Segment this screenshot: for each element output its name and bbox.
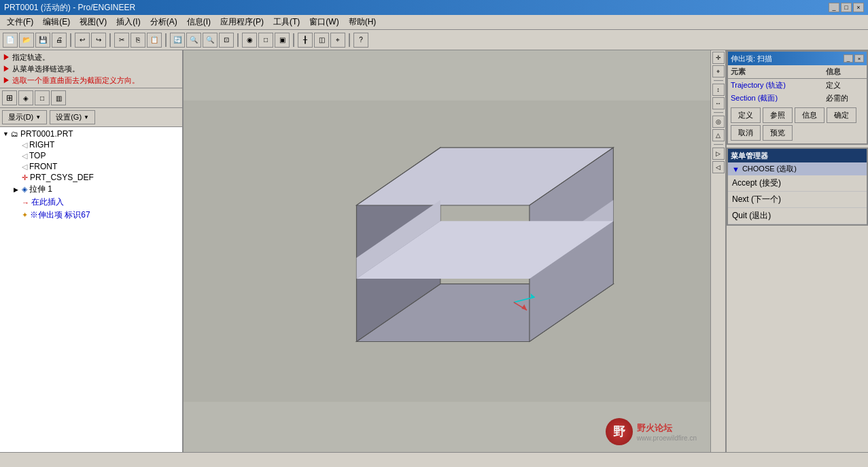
tree-item-front[interactable]: ◁ FRONT bbox=[1, 161, 181, 172]
tree-label-front: FRONT bbox=[29, 162, 57, 171]
redo-button[interactable]: ↪ bbox=[91, 33, 106, 48]
info-button[interactable]: 信息 bbox=[795, 107, 824, 123]
menu-manager-title: 菜单管理器 bbox=[728, 149, 867, 162]
rt-btn-3[interactable]: ↕ bbox=[712, 84, 725, 96]
punch-close-button[interactable]: × bbox=[854, 54, 864, 63]
menu-analysis[interactable]: 分析(A) bbox=[146, 16, 181, 29]
punch-row-trajectory-info: 定义 bbox=[823, 79, 867, 92]
save-button[interactable]: 💾 bbox=[35, 33, 50, 48]
menu-insert[interactable]: 插入(I) bbox=[112, 16, 144, 29]
tree-item-right[interactable]: ◁ RIGHT bbox=[1, 139, 181, 150]
tree-item-insert[interactable]: → 在此插入 bbox=[1, 196, 181, 209]
toolbar-sep-4 bbox=[237, 33, 239, 47]
menu-info[interactable]: 信息(I) bbox=[183, 16, 215, 29]
plane-button[interactable]: ◫ bbox=[314, 33, 329, 48]
status-arrow-2: ▶ bbox=[3, 65, 12, 73]
right-panel: 伸出项: 扫描 _ × 元素 信息 Trajectory (轨迹) 定义 bbox=[725, 50, 868, 452]
rt-btn-7[interactable]: ▷ bbox=[712, 148, 725, 160]
tree-label-csys: PRT_CSYS_DEF bbox=[30, 173, 94, 182]
rt-btn-8[interactable]: ◁ bbox=[712, 161, 725, 173]
menu-mgr-accept[interactable]: Accept (接受) bbox=[728, 175, 867, 192]
preview-button[interactable]: 预览 bbox=[763, 125, 793, 141]
zoom-fit-button[interactable]: ⊡ bbox=[219, 33, 234, 48]
status-arrow-1: ▶ bbox=[3, 53, 12, 61]
tree-label-insert: 在此插入 bbox=[31, 196, 64, 208]
copy-button[interactable]: ⎘ bbox=[131, 33, 145, 48]
watermark-site: 野火论坛 bbox=[637, 422, 697, 434]
menu-apps[interactable]: 应用程序(P) bbox=[216, 16, 268, 29]
cancel-button[interactable]: 取消 bbox=[731, 125, 761, 141]
menu-mgr-next[interactable]: Next (下一个) bbox=[728, 192, 867, 208]
zoom-out-button[interactable]: 🔍 bbox=[203, 33, 218, 48]
menu-edit[interactable]: 编辑(E) bbox=[39, 16, 74, 29]
punch-col-element: 元素 bbox=[728, 65, 823, 79]
menu-bar: 文件(F) 编辑(E) 视图(V) 插入(I) 分析(A) 信息(I) 应用程序… bbox=[0, 15, 868, 30]
define-button[interactable]: 定义 bbox=[731, 107, 761, 123]
tree-icon-root: 🗂 bbox=[11, 130, 18, 138]
tree-item-sweep[interactable]: ✦ ※伸出项 标识67 bbox=[1, 209, 181, 222]
rt-btn-4[interactable]: ↔ bbox=[712, 97, 725, 109]
menu-mgr-quit[interactable]: Quit (退出) bbox=[728, 208, 867, 224]
menu-tools[interactable]: 工具(T) bbox=[269, 16, 304, 29]
minimize-button[interactable]: _ bbox=[829, 3, 839, 12]
maximize-button[interactable]: □ bbox=[841, 3, 852, 12]
status-line-1: ▶ 指定轨迹。 bbox=[3, 52, 179, 63]
tree-icon-right: ◁ bbox=[22, 141, 27, 150]
paste-button[interactable]: 📋 bbox=[147, 33, 162, 48]
menu-file[interactable]: 文件(F) bbox=[3, 16, 37, 29]
menu-help[interactable]: 帮助(H) bbox=[345, 16, 381, 29]
toolbar-sep-3 bbox=[165, 33, 167, 47]
tree-icon-sweep: ✦ bbox=[22, 211, 28, 220]
menu-view[interactable]: 视图(V) bbox=[75, 16, 111, 29]
punch-dialog-title: 伸出项: 扫描 bbox=[731, 54, 772, 64]
rt-btn-2[interactable]: ⌖ bbox=[712, 65, 725, 77]
right-sep-1 bbox=[714, 80, 723, 81]
zoom-in-button[interactable]: 🔍 bbox=[186, 33, 201, 48]
print-button[interactable]: 🖨 bbox=[52, 33, 67, 48]
cut-button[interactable]: ✂ bbox=[114, 33, 129, 48]
rt-btn-5[interactable]: ◎ bbox=[712, 116, 725, 128]
right-sep-2 bbox=[714, 112, 723, 113]
settings-dropdown-arrow: ▼ bbox=[84, 114, 89, 120]
rt-btn-1[interactable]: ✛ bbox=[712, 52, 725, 64]
tree-icon-4[interactable]: ▥ bbox=[51, 90, 66, 105]
ref-button[interactable]: 参照 bbox=[763, 107, 793, 123]
ok-button[interactable]: 确定 bbox=[827, 107, 856, 123]
punch-min-button[interactable]: _ bbox=[844, 54, 853, 63]
punch-row-section-label: Section (截面) bbox=[728, 92, 823, 105]
tree-item-root[interactable]: ▼ 🗂 PRT0001.PRT bbox=[1, 128, 181, 139]
model-tree: ▼ 🗂 PRT0001.PRT ◁ RIGHT ◁ TOP ◁ FRONT bbox=[0, 127, 182, 452]
tree-item-top[interactable]: ◁ TOP bbox=[1, 150, 181, 161]
shade-button[interactable]: ▣ bbox=[275, 33, 290, 48]
view-3d-button[interactable]: ◉ bbox=[242, 33, 257, 48]
tree-icon-1[interactable]: ⊞ bbox=[2, 90, 17, 105]
help-button[interactable]: ? bbox=[353, 33, 368, 48]
csys-button[interactable]: ⌖ bbox=[330, 33, 345, 48]
tree-icon-3[interactable]: □ bbox=[35, 90, 50, 105]
scene-svg bbox=[184, 50, 710, 452]
toolbar-sep-1 bbox=[70, 33, 71, 47]
tree-label-root: PRT0001.PRT bbox=[20, 129, 73, 139]
menu-mgr-arrow: ▼ bbox=[732, 165, 740, 173]
toolbar-sep-6 bbox=[349, 33, 350, 47]
status-line-3: ▶ 选取一个垂直曲面去为截面定义方向。 bbox=[3, 75, 179, 86]
tree-icon-2[interactable]: ◈ bbox=[18, 90, 33, 105]
open-button[interactable]: 📂 bbox=[19, 33, 34, 48]
menu-window[interactable]: 窗口(W) bbox=[305, 16, 343, 29]
rt-btn-6[interactable]: △ bbox=[712, 129, 725, 141]
watermark-url: www.proewildfire.cn bbox=[637, 434, 697, 442]
tree-item-extrude[interactable]: ▶ ◈ 拉伸 1 bbox=[1, 183, 181, 196]
tree-item-csys[interactable]: ✛ PRT_CSYS_DEF bbox=[1, 172, 181, 183]
axis-button[interactable]: ╂ bbox=[298, 33, 313, 48]
close-button[interactable]: × bbox=[853, 3, 864, 12]
new-button[interactable]: 📄 bbox=[3, 33, 18, 48]
settings-button[interactable]: 设置(G) ▼ bbox=[50, 110, 95, 124]
status-messages: ▶ 指定轨迹。 ▶ 从菜单选择链选项。 ▶ 选取一个垂直曲面去为截面定义方向。 bbox=[0, 50, 182, 88]
viewport[interactable]: 野 野火论坛 www.proewildfire.cn bbox=[184, 50, 710, 452]
wireframe-button[interactable]: □ bbox=[258, 33, 273, 48]
tree-label-extrude: 拉伸 1 bbox=[29, 184, 52, 195]
tree-icon-extrude: ◈ bbox=[22, 185, 27, 194]
undo-button[interactable]: ↩ bbox=[75, 33, 90, 48]
repaint-button[interactable]: 🔄 bbox=[170, 33, 185, 48]
display-button[interactable]: 显示(D) ▼ bbox=[2, 110, 47, 124]
